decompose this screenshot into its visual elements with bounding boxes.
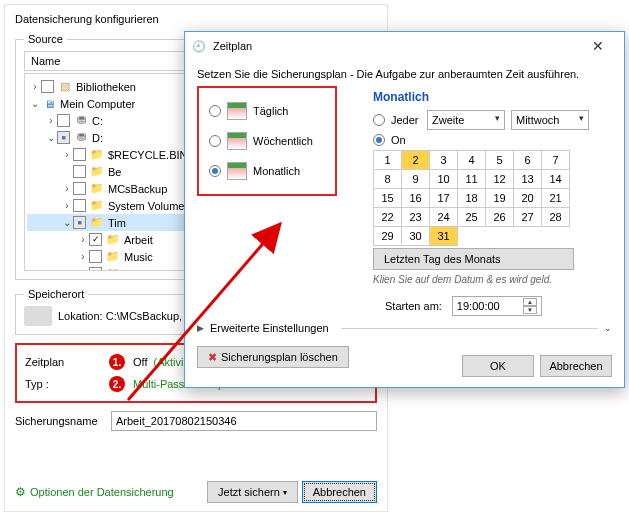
day-cell[interactable]: 24: [430, 208, 458, 227]
type-label: Typ :: [25, 378, 109, 390]
checkbox[interactable]: [73, 182, 86, 195]
day-cell[interactable]: 3: [430, 151, 458, 170]
ok-button[interactable]: OK: [462, 355, 534, 377]
backup-now-button[interactable]: Jetzt sichern▾: [207, 481, 298, 503]
options-link[interactable]: ⚙ Optionen der Datensicherung: [15, 485, 174, 499]
day-cell[interactable]: 4: [458, 151, 486, 170]
ordinal-select[interactable]: Zweite: [427, 110, 505, 130]
caret-icon[interactable]: ›: [61, 183, 73, 194]
day-cell[interactable]: 2: [402, 151, 430, 170]
day-cell[interactable]: 1: [374, 151, 402, 170]
caret-icon[interactable]: ›: [29, 81, 41, 92]
day-cell[interactable]: 27: [514, 208, 542, 227]
day-cell[interactable]: 19: [486, 189, 514, 208]
day-cell[interactable]: 18: [458, 189, 486, 208]
folder-icon: 📁: [89, 216, 105, 230]
schedule-dialog: 🕘 Zeitplan ✕ Setzen Sie die Sicherungspl…: [184, 31, 625, 388]
step-badge-2: 2.: [109, 376, 125, 392]
folder-icon: 📁: [89, 182, 105, 196]
step-badge-1: 1.: [109, 354, 125, 370]
day-cell[interactable]: 28: [542, 208, 570, 227]
day-cell[interactable]: 30: [402, 227, 430, 246]
checkbox[interactable]: [57, 114, 70, 127]
backup-name-label: Sicherungsname: [15, 415, 105, 427]
folder-icon: 📁: [105, 250, 121, 264]
day-cell[interactable]: 23: [402, 208, 430, 227]
checkbox[interactable]: [89, 233, 102, 246]
chevron-down-icon[interactable]: ⌄: [604, 323, 612, 333]
last-day-button[interactable]: Letzten Tag des Monats: [373, 248, 574, 270]
day-cell[interactable]: 21: [542, 189, 570, 208]
calendar-icon: [227, 102, 247, 120]
cancel-button[interactable]: Abbrechen: [302, 481, 377, 503]
caret-icon[interactable]: ›: [45, 115, 57, 126]
checkbox[interactable]: [89, 250, 102, 263]
day-cell[interactable]: 9: [402, 170, 430, 189]
dialog-title: Zeitplan: [213, 40, 578, 52]
caret-icon[interactable]: ›: [77, 268, 89, 271]
time-spinner[interactable]: ▲▼: [523, 298, 537, 314]
schedule-value: Off: [133, 356, 147, 368]
caret-icon[interactable]: ⌄: [61, 217, 73, 228]
day-cell[interactable]: 16: [402, 189, 430, 208]
checkbox[interactable]: [57, 131, 70, 144]
close-icon[interactable]: ✕: [578, 34, 618, 58]
day-cell[interactable]: 17: [430, 189, 458, 208]
freq-weekly[interactable]: Wöchentlich: [209, 126, 325, 156]
dialog-body: Setzen Sie die Sicherungsplan - Die Aufg…: [185, 60, 624, 293]
day-cell[interactable]: 29: [374, 227, 402, 246]
footer: ⚙ Optionen der Datensicherung Jetzt sich…: [15, 481, 377, 503]
caret-icon[interactable]: ›: [61, 149, 73, 160]
radio-weekly[interactable]: [209, 135, 221, 147]
day-cell[interactable]: 5: [486, 151, 514, 170]
on-row: On: [373, 134, 612, 146]
day-cell[interactable]: 14: [542, 170, 570, 189]
checkbox[interactable]: [89, 267, 102, 271]
source-legend: Source: [24, 33, 67, 45]
day-cell[interactable]: 7: [542, 151, 570, 170]
radio-on[interactable]: [373, 134, 385, 146]
day-cell[interactable]: 22: [374, 208, 402, 227]
drive-icon: [24, 306, 52, 326]
day-cell[interactable]: 6: [514, 151, 542, 170]
dialog-titlebar[interactable]: 🕘 Zeitplan ✕: [185, 32, 624, 60]
day-cell[interactable]: 8: [374, 170, 402, 189]
caret-icon[interactable]: ›: [77, 251, 89, 262]
day-cell[interactable]: 13: [514, 170, 542, 189]
day-cell[interactable]: 11: [458, 170, 486, 189]
checkbox[interactable]: [73, 148, 86, 161]
day-cell[interactable]: 20: [514, 189, 542, 208]
day-cell[interactable]: 12: [486, 170, 514, 189]
frequency-highlight: Täglich Wöchentlich Monatlich: [197, 86, 337, 196]
caret-icon[interactable]: ⌄: [45, 132, 57, 143]
day-grid[interactable]: 1234567891011121314151617181920212223242…: [373, 150, 570, 246]
radio-daily[interactable]: [209, 105, 221, 117]
day-cell[interactable]: 31: [430, 227, 458, 246]
delete-plan-button[interactable]: ✖ Sicherungsplan löschen: [197, 346, 349, 368]
backup-name-input[interactable]: [111, 411, 377, 431]
checkbox[interactable]: [73, 199, 86, 212]
day-cell[interactable]: 15: [374, 189, 402, 208]
day-cell[interactable]: 10: [430, 170, 458, 189]
radio-monthly[interactable]: [209, 165, 221, 177]
weekday-select[interactable]: Mittwoch: [511, 110, 589, 130]
dialog-cancel-button[interactable]: Abbrechen: [540, 355, 612, 377]
computer-icon: 🖥: [41, 97, 57, 111]
calendar-icon: [227, 162, 247, 180]
caret-icon[interactable]: ›: [61, 200, 73, 211]
drive-icon: ⛃: [73, 131, 89, 145]
folder-icon: 📁: [105, 267, 121, 272]
caret-icon[interactable]: ⌄: [29, 98, 41, 109]
caret-icon[interactable]: ›: [77, 234, 89, 245]
day-cell[interactable]: 26: [486, 208, 514, 227]
freq-daily[interactable]: Täglich: [209, 96, 325, 126]
checkbox[interactable]: [41, 80, 54, 93]
radio-every[interactable]: [373, 114, 385, 126]
checkbox[interactable]: [73, 165, 86, 178]
start-time-input[interactable]: 19:00:00 ▲▼: [452, 296, 542, 316]
day-cell[interactable]: 25: [458, 208, 486, 227]
monthly-heading: Monatlich: [373, 90, 612, 104]
checkbox[interactable]: [73, 216, 86, 229]
advanced-row[interactable]: ▶ Erweiterte Einstellungen ⌄: [197, 322, 612, 334]
freq-monthly[interactable]: Monatlich: [209, 156, 325, 186]
